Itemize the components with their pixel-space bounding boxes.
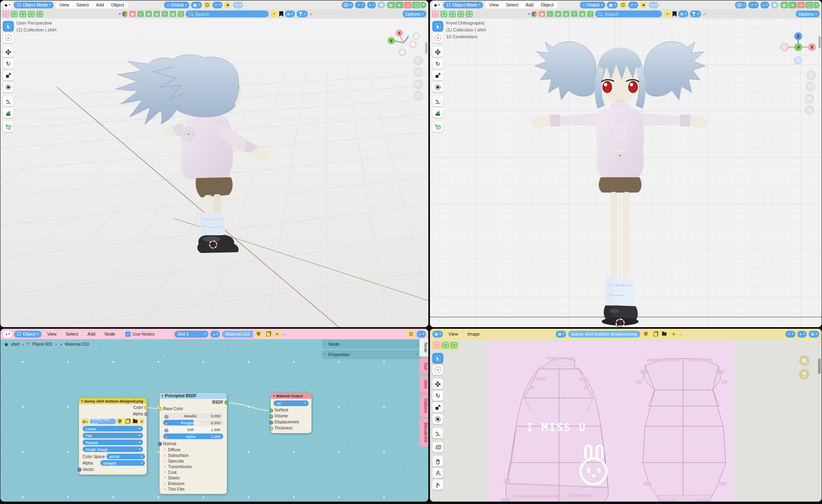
transform-orientation-dropdown[interactable]: ⟂Global▾ [580, 2, 605, 8]
add-cube-tool[interactable] [432, 122, 443, 132]
pivot-point-dropdown[interactable]: ◉▾ [607, 2, 618, 8]
asset-collapse-chevron[interactable]: ▾ [528, 12, 530, 16]
viewport-scrollbar[interactable] [818, 36, 821, 48]
shading-rendered-button[interactable]: ◯ [805, 2, 814, 8]
select-mode-intersect-icon[interactable] [466, 11, 473, 17]
principled-bsdf-node-header[interactable]: ▾Principled BSDF [160, 393, 227, 399]
section-diffuse[interactable]: ›Diffuse [160, 447, 227, 452]
shading-solid-button[interactable]: ● [789, 2, 797, 8]
roughness-slider[interactable]: Roughness0.500 [163, 420, 223, 425]
asset-type-model-icon[interactable]: ▣ [539, 11, 545, 17]
editor-type-button[interactable]: ▨▾ [432, 331, 443, 338]
transform-tool[interactable] [3, 82, 14, 92]
menu-view[interactable]: View [56, 2, 73, 7]
volume-input-socket[interactable] [269, 415, 273, 419]
asset-search-input[interactable]: Search [595, 10, 662, 17]
shading-rendered-button[interactable]: ◯ [412, 2, 420, 8]
shading-wireframe-button[interactable]: ◍ [387, 2, 395, 8]
blenderkit-model-icon[interactable] [531, 11, 537, 17]
select-mode-new-icon[interactable] [2, 11, 9, 17]
search-history-button[interactable]: ▾ [270, 10, 278, 17]
shading-wireframe-button[interactable]: ◍ [780, 2, 788, 8]
select-mode-extend-icon[interactable] [440, 11, 447, 17]
section-transmission[interactable]: ›Transmission [160, 464, 227, 469]
image-unlink-button[interactable]: × [139, 418, 144, 425]
menu-object[interactable]: Object [537, 2, 557, 7]
asset-type-material-icon[interactable]: ◐ [547, 11, 553, 17]
projection-dropdown[interactable]: Flat▾ [83, 433, 143, 438]
proportional-edit-toggle[interactable]: ◉ [224, 2, 231, 8]
section-specular[interactable]: ›Specular [160, 458, 227, 464]
menu-select[interactable]: Select [502, 2, 522, 7]
viewport-canvas[interactable]: I MISS U [430, 19, 822, 327]
snap-settings-dropdown[interactable]: ⊹▾ [212, 2, 222, 8]
asset-type-printable-icon[interactable]: ♖ [178, 11, 184, 17]
alpha-slider[interactable]: Alpha1.000 [163, 433, 223, 439]
sample-box-tool[interactable] [432, 442, 443, 452]
move-tool[interactable] [432, 379, 443, 389]
section-thin-film[interactable]: ›Thin Film [160, 486, 227, 492]
asset-list-dropdown[interactable]: ⊞▾ [285, 10, 295, 17]
menu-object[interactable]: Object [108, 2, 128, 7]
material-output-node[interactable]: ▾Material Output All▾ Surface Volume Dis… [271, 393, 311, 433]
rotate-tool[interactable]: ↻ [432, 390, 443, 401]
zoom-button[interactable] [799, 355, 810, 366]
transform-tool[interactable] [432, 414, 443, 424]
mode-dropdown[interactable]: Object Mode▾ [14, 2, 54, 8]
overlays-dropdown[interactable]: ◒▾ [760, 2, 770, 8]
snap-toggle[interactable]: Ω [619, 2, 627, 8]
asset-type-material-icon[interactable]: ◐ [137, 11, 144, 17]
section-coat[interactable]: ›Coat [160, 469, 227, 475]
select-mode-subtract-icon[interactable] [450, 342, 457, 348]
image-settings-dropdown[interactable]: ▧▾ [809, 331, 819, 338]
measure-tool[interactable] [432, 108, 443, 118]
select-mode-new-icon[interactable] [432, 11, 439, 17]
pin-icon[interactable]: ⟜ [679, 332, 683, 337]
rotate-tool[interactable]: ↻ [3, 58, 14, 69]
select-mode-new-icon[interactable] [434, 342, 440, 348]
asset-search-input[interactable]: Search [186, 10, 269, 17]
image-open-button[interactable] [661, 331, 668, 338]
viewport-canvas[interactable]: X Y User Perspective (1) Collection | sh… [0, 19, 428, 327]
asset-type-brush-icon[interactable]: ✎ [162, 11, 168, 17]
extension-dropdown[interactable]: Repeat▾ [83, 440, 143, 445]
surface-input-socket[interactable] [269, 409, 273, 413]
select-mode-extend-icon[interactable] [442, 342, 449, 348]
asset-type-scene-icon[interactable]: ✿ [555, 11, 561, 17]
gizmos-dropdown[interactable]: ↗▾ [785, 331, 795, 338]
xray-toggle[interactable]: ▣ [378, 2, 385, 8]
search-history-button[interactable]: ▾ [664, 10, 671, 17]
image-texture-node[interactable]: ▾bunny shirt textture designed.png Color… [79, 398, 147, 475]
image-browse-dropdown[interactable]: ▨▾ [556, 331, 566, 338]
thickness-input-socket[interactable] [269, 427, 273, 431]
normal-input-socket[interactable] [158, 442, 162, 446]
overlays-dropdown[interactable]: ◒▾ [367, 2, 376, 8]
select-box-tool[interactable] [3, 21, 14, 31]
roughness-input-socket[interactable] [164, 422, 168, 425]
asset-type-printable-icon[interactable]: ♖ [587, 11, 594, 17]
image-fake-user-button[interactable] [642, 331, 650, 338]
cursor-tool[interactable]: ＋ [3, 33, 14, 43]
image-new-button[interactable] [652, 331, 659, 338]
source-dropdown[interactable]: Single Image▾ [83, 446, 143, 452]
annotate-tool[interactable]: ✎ [432, 96, 443, 106]
alpha-output-socket[interactable] [144, 412, 148, 416]
editor-type-button[interactable]: ◆▾ [432, 2, 442, 8]
transform-orientation-dropdown[interactable]: ⟂Global▾ [164, 2, 189, 8]
color-space-dropdown[interactable]: sRGB▾ [106, 454, 145, 459]
interpolation-dropdown[interactable]: Linear▾ [83, 426, 143, 431]
pan-button[interactable] [799, 369, 810, 380]
asset-type-nodegroup-icon[interactable]: ▤ [170, 11, 176, 17]
snap-toggle[interactable]: Ω [203, 2, 211, 8]
pinch-tool[interactable] [432, 479, 443, 490]
menu-select[interactable]: Select [73, 2, 93, 7]
menu-view[interactable]: View [445, 332, 462, 336]
image-open-button[interactable] [132, 418, 139, 425]
menu-add[interactable]: Add [522, 2, 537, 7]
asset-filter-dropdown[interactable]: ▾ [297, 10, 308, 17]
options-button[interactable]: Options▾ [403, 10, 426, 17]
ior-slider[interactable]: IOR1.500 [163, 427, 223, 432]
image-name-field[interactable]: bunny shirt textture designed.png [568, 331, 640, 338]
asset-type-scene-icon[interactable]: ✿ [145, 11, 152, 17]
select-mode-subtract-icon[interactable] [449, 11, 456, 17]
